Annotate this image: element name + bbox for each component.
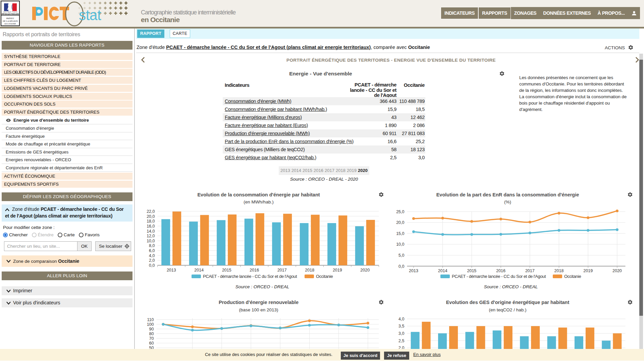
- svg-text:110: 110: [147, 317, 154, 322]
- svg-text:90: 90: [149, 327, 154, 331]
- svg-text:3,5: 3,5: [398, 324, 404, 328]
- svg-text:80: 80: [149, 331, 154, 336]
- svg-text:2,5: 2,5: [398, 339, 404, 343]
- svg-text:60: 60: [149, 341, 154, 346]
- svg-text:70: 70: [149, 336, 154, 341]
- svg-text:2,0: 2,0: [398, 346, 404, 349]
- svg-text:4,0: 4,0: [398, 317, 404, 321]
- svg-text:3,0: 3,0: [398, 331, 404, 336]
- svg-text:100: 100: [147, 322, 154, 327]
- svg-text:50: 50: [149, 346, 154, 349]
